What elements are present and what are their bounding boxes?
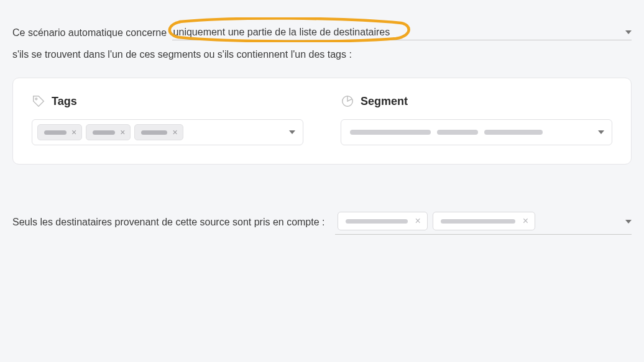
tag-chip[interactable]: × xyxy=(37,124,82,140)
tags-title: Tags xyxy=(52,95,77,108)
source-select[interactable]: × × xyxy=(335,209,632,235)
filter-panel: Tags × × × Segment xyxy=(12,78,632,165)
tag-chip-label xyxy=(141,130,167,135)
source-label: Seuls les destinataires provenant de cet… xyxy=(12,217,325,228)
tags-field[interactable]: × × × xyxy=(32,119,303,145)
segment-title: Segment xyxy=(361,95,408,108)
remove-tag-icon[interactable]: × xyxy=(120,128,125,137)
source-chip[interactable]: × xyxy=(338,212,428,230)
source-line: Seuls les destinataires provenant de cet… xyxy=(12,209,632,235)
condition-text: s'ils se trouvent dans l'un de ces segme… xyxy=(12,49,632,60)
tag-icon xyxy=(32,94,45,108)
remove-tag-icon[interactable]: × xyxy=(71,128,76,137)
remove-tag-icon[interactable]: × xyxy=(172,128,177,137)
remove-source-icon[interactable]: × xyxy=(415,216,421,226)
source-chip-label xyxy=(346,219,408,224)
chevron-down-icon xyxy=(598,130,604,134)
tag-chip-label xyxy=(93,130,115,135)
chevron-down-icon xyxy=(625,220,632,224)
segment-placeholder xyxy=(346,130,543,135)
scenario-scope-line: Ce scénario automatique concerne uniquem… xyxy=(12,25,632,40)
source-chip-label xyxy=(441,219,515,224)
scenario-scope-prefix: Ce scénario automatique concerne xyxy=(12,27,170,38)
segment-field[interactable] xyxy=(341,119,612,145)
tag-chip-label xyxy=(44,130,67,135)
scope-select[interactable]: uniquement une partie de la liste de des… xyxy=(172,25,632,40)
segment-column: Segment xyxy=(341,94,612,145)
segment-icon xyxy=(341,94,354,108)
tags-header: Tags xyxy=(32,94,303,108)
tag-chip[interactable]: × xyxy=(86,124,131,140)
chevron-down-icon xyxy=(289,130,295,134)
tags-column: Tags × × × xyxy=(32,94,303,145)
scope-select-value: uniquement une partie de la liste de des… xyxy=(173,27,617,38)
svg-point-0 xyxy=(35,98,37,100)
source-chip[interactable]: × xyxy=(433,212,535,230)
tag-chip[interactable]: × xyxy=(134,124,183,140)
chevron-down-icon xyxy=(625,30,632,34)
segment-header: Segment xyxy=(341,94,612,108)
remove-source-icon[interactable]: × xyxy=(523,216,528,226)
